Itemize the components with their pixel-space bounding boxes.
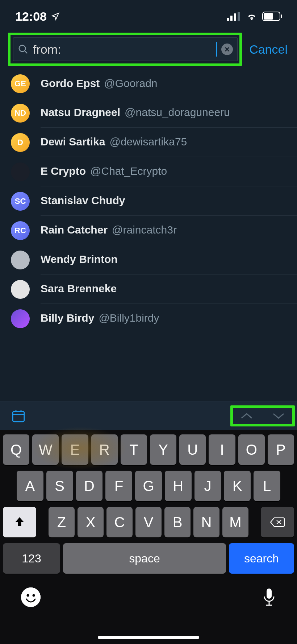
- user-name: Rain Catcher: [41, 224, 108, 236]
- key-q[interactable]: Q: [3, 434, 29, 465]
- key-a[interactable]: A: [17, 471, 43, 501]
- key-n[interactable]: N: [193, 507, 219, 537]
- chevron-up-icon[interactable]: [239, 411, 254, 421]
- key-s[interactable]: S: [46, 471, 73, 501]
- search-input[interactable]: [33, 42, 212, 57]
- svg-rect-5: [264, 13, 273, 20]
- key-u[interactable]: U: [179, 434, 206, 465]
- svg-rect-20: [267, 589, 272, 599]
- svg-rect-1: [230, 16, 233, 21]
- user-handle: @Gooradn: [104, 77, 157, 90]
- key-w[interactable]: W: [32, 434, 59, 465]
- space-key[interactable]: space: [63, 543, 226, 574]
- status-bar: 12:08: [0, 0, 297, 33]
- svg-point-7: [19, 45, 26, 52]
- user-name: E Crypto: [41, 165, 86, 177]
- key-m[interactable]: M: [222, 507, 248, 537]
- text-cursor: [216, 42, 217, 57]
- user-name: Natsu Dragneel: [41, 106, 120, 119]
- svg-rect-0: [227, 18, 229, 21]
- key-g[interactable]: G: [135, 471, 162, 501]
- shift-key[interactable]: [3, 507, 36, 537]
- user-handle: @Billy1birdy: [99, 312, 159, 324]
- key-l[interactable]: L: [254, 471, 280, 501]
- key-k[interactable]: K: [224, 471, 251, 501]
- key-h[interactable]: H: [165, 471, 192, 501]
- key-j[interactable]: J: [194, 471, 221, 501]
- key-f[interactable]: F: [105, 471, 132, 501]
- key-e[interactable]: E: [62, 434, 88, 465]
- suggestion-row[interactable]: RCRain Catcher@raincatch3r: [0, 216, 297, 245]
- user-name: Stanislav Chudy: [41, 194, 125, 207]
- suggestion-row[interactable]: DDewi Sartika@dewisartika75: [0, 128, 297, 157]
- backspace-key[interactable]: [261, 507, 294, 537]
- suggestion-row[interactable]: Wendy Brinton: [0, 245, 297, 274]
- svg-line-8: [25, 51, 28, 54]
- avatar: D: [11, 133, 30, 152]
- svg-point-19: [33, 594, 35, 597]
- suggestion-row[interactable]: NDNatsu Dragneel@natsu_doraguneeru: [0, 98, 297, 128]
- key-t[interactable]: T: [121, 434, 147, 465]
- key-i[interactable]: I: [209, 434, 235, 465]
- suggestion-row[interactable]: Billy Birdy@Billy1birdy: [0, 304, 297, 333]
- avatar: RC: [11, 221, 30, 240]
- key-d[interactable]: D: [76, 471, 103, 501]
- status-time: 12:08: [15, 9, 47, 24]
- avatar: ND: [11, 104, 30, 123]
- dictation-key[interactable]: [262, 588, 276, 607]
- numbers-key[interactable]: 123: [3, 543, 60, 574]
- key-r[interactable]: R: [91, 434, 118, 465]
- key-v[interactable]: V: [135, 507, 162, 537]
- key-c[interactable]: C: [106, 507, 133, 537]
- chevron-down-icon[interactable]: [271, 411, 286, 421]
- backspace-icon: [269, 516, 285, 528]
- user-name: Sara Brenneke: [41, 282, 117, 295]
- key-z[interactable]: Z: [49, 507, 75, 537]
- svg-rect-3: [238, 12, 240, 21]
- emoji-icon: [21, 587, 41, 607]
- avatar: GE: [11, 74, 30, 93]
- suggestion-row[interactable]: E Crypto@Chat_Ecrypto: [0, 157, 297, 186]
- user-name: Billy Birdy: [41, 312, 94, 324]
- close-icon: [225, 47, 230, 52]
- search-field[interactable]: [13, 37, 238, 61]
- svg-rect-2: [234, 13, 236, 21]
- svg-rect-11: [13, 411, 24, 421]
- svg-rect-6: [281, 15, 282, 18]
- key-b[interactable]: B: [164, 507, 191, 537]
- avatar: [11, 162, 30, 181]
- suggestion-list: GEGordo Epst@GooradnNDNatsu Dragneel@nat…: [0, 66, 297, 333]
- search-highlight: [8, 33, 242, 66]
- search-icon: [18, 44, 29, 55]
- arrows-highlight: [230, 405, 295, 426]
- suggestion-row[interactable]: GEGordo Epst@Gooradn: [0, 69, 297, 98]
- battery-icon: [262, 11, 283, 22]
- avatar: [11, 251, 30, 269]
- cancel-button[interactable]: Cancel: [242, 42, 290, 57]
- emoji-key[interactable]: [21, 587, 41, 607]
- keyboard: QWERTYUIOP ASDFGHJKL ZXCVBNM 123 space s…: [0, 430, 297, 644]
- svg-point-18: [27, 594, 29, 597]
- home-indicator[interactable]: [98, 636, 199, 639]
- avatar: [11, 280, 30, 299]
- user-handle: @raincatch3r: [112, 224, 177, 236]
- suggestion-row[interactable]: Sara Brenneke: [0, 274, 297, 304]
- location-icon: [51, 12, 60, 21]
- user-handle: @dewisartika75: [109, 136, 187, 148]
- svg-point-17: [21, 587, 41, 607]
- user-handle: @natsu_doraguneeru: [125, 106, 230, 119]
- wifi-icon: [246, 11, 258, 22]
- search-key[interactable]: search: [229, 543, 294, 574]
- key-o[interactable]: O: [238, 434, 265, 465]
- suggestion-row[interactable]: SCStanislav Chudy: [0, 186, 297, 216]
- key-y[interactable]: Y: [150, 434, 176, 465]
- key-p[interactable]: P: [268, 434, 294, 465]
- clear-button[interactable]: [221, 44, 233, 55]
- user-name: Gordo Epst: [41, 77, 100, 90]
- user-name: Dewi Sartika: [41, 136, 105, 148]
- user-name: Wendy Brinton: [41, 253, 118, 265]
- avatar: [11, 309, 30, 328]
- shift-icon: [13, 516, 26, 529]
- key-x[interactable]: X: [78, 507, 104, 537]
- calendar-icon[interactable]: [11, 408, 26, 424]
